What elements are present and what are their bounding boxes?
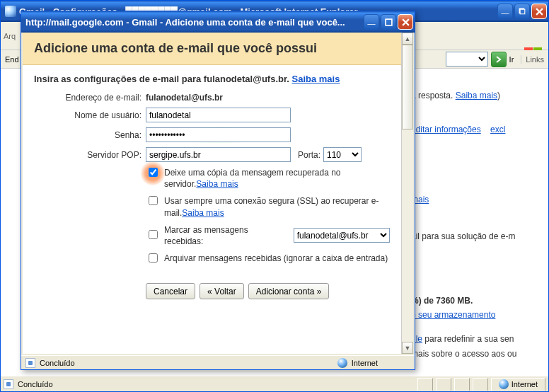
done-icon [4, 379, 13, 389]
account-form: Endereço de e-mail: fulanodetal@ufs.br N… [23, 90, 401, 302]
restore-button[interactable] [514, 4, 530, 19]
background-page-fragment: a resposta. Saiba mais) editar informaçõ… [411, 69, 548, 361]
back-button[interactable]: « Voltar [200, 283, 244, 299]
popup-instructions: Insira as configurações de e-mail para f… [23, 65, 401, 90]
popup-heading: Adicione uma conta de e-mail que você po… [23, 33, 401, 65]
popup-minimize-button[interactable] [364, 14, 379, 30]
ssl-checkbox[interactable] [149, 196, 158, 205]
bg-link-edit-info[interactable]: editar informações [411, 125, 481, 134]
leave-copy-label: Deixe uma cópia da mensagem recuperada n… [164, 168, 340, 189]
popup-titlebar[interactable]: http://mail.google.com - Gmail - Adicion… [21, 11, 415, 33]
pop-server-field[interactable] [146, 147, 291, 162]
leave-copy-learn-more[interactable]: Saiba mais [196, 179, 238, 189]
popup-body: Adicione uma conta de e-mail que você po… [23, 33, 413, 354]
username-label: Nome de usuário: [34, 110, 146, 120]
scroll-up-button[interactable]: ▲ [402, 33, 413, 45]
done-icon [25, 358, 35, 368]
ie-zone-label: Internet [512, 380, 538, 388]
pop-server-label: Servidor POP: [34, 150, 146, 160]
popup-scrollbar[interactable]: ▲ ▼ [401, 33, 413, 354]
bg-link-learn-more[interactable]: Saiba mais [456, 91, 497, 100]
port-label: Porta: [298, 150, 320, 160]
username-field[interactable] [146, 108, 291, 122]
zone-globe-icon [499, 379, 509, 389]
popup-statusbar: Concluído Internet [21, 355, 415, 369]
close-button[interactable] [531, 4, 547, 19]
label-select[interactable]: fulanodetal@ufs.br [294, 228, 390, 243]
ssl-learn-more[interactable]: Saiba mais [182, 208, 224, 218]
learn-more-link[interactable]: Saiba mais [292, 74, 340, 84]
scroll-thumb[interactable] [402, 45, 413, 129]
svg-rect-0 [386, 19, 392, 25]
email-address-label: Endereço de e-mail: [34, 93, 146, 103]
bg-link-storage[interactable]: o seu armazenamento [411, 310, 495, 320]
popup-zone-label: Internet [352, 359, 378, 367]
ie-statusbar: Concluído Internet [1, 376, 548, 391]
popup-title: http://mail.google.com - Gmail - Adicion… [25, 17, 364, 28]
add-account-button[interactable]: Adicionar conta » [248, 283, 330, 299]
scroll-down-button[interactable]: ▼ [402, 342, 413, 354]
gmail-add-account-popup: http://mail.google.com - Gmail - Adicion… [21, 11, 415, 370]
email-address-value: fulanodetal@ufs.br [146, 93, 223, 103]
label-messages-checkbox[interactable] [149, 230, 158, 239]
address-combo[interactable] [446, 52, 488, 67]
bg-link-delete[interactable]: excl [490, 125, 505, 134]
popup-status-text: Concluído [40, 359, 75, 367]
password-label: Senha: [34, 130, 146, 140]
links-label: Links [521, 55, 544, 64]
port-select[interactable]: 110 [323, 147, 362, 162]
archive-label: Arquivar mensagens recebidas (ignorar a … [164, 253, 388, 264]
cancel-button[interactable]: Cancelar [146, 283, 195, 299]
zone-globe-icon [337, 358, 347, 368]
password-field[interactable] [146, 127, 291, 142]
address-label: End [5, 55, 19, 64]
leave-copy-checkbox[interactable] [149, 168, 158, 177]
label-messages-label: Marcar as mensagens recebidas: [164, 224, 287, 247]
ie-logo-icon [5, 6, 16, 17]
ie-menu-fragment: Arq [4, 32, 16, 40]
go-label: Ir [509, 55, 514, 64]
minimize-button[interactable] [497, 4, 513, 19]
popup-close-button[interactable] [398, 14, 413, 30]
go-button[interactable] [491, 52, 507, 67]
ie-status-text: Concluído [18, 380, 53, 388]
archive-checkbox[interactable] [149, 253, 158, 263]
popup-maximize-button[interactable] [381, 14, 396, 30]
